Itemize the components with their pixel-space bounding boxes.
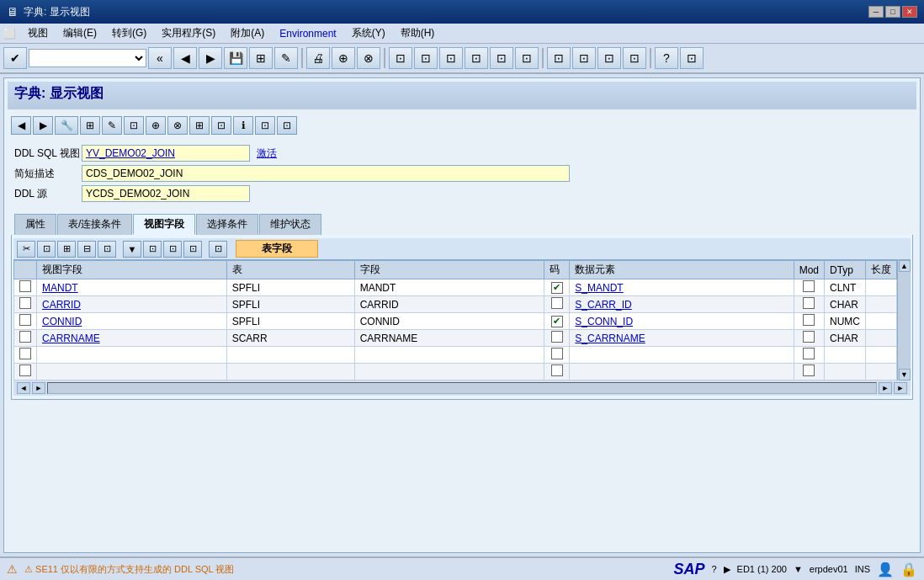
- table-filter-btn[interactable]: ▼: [123, 241, 141, 258]
- tab-select-cond[interactable]: 选择条件: [196, 214, 258, 235]
- row2-selector[interactable]: [14, 296, 37, 313]
- scroll-up-btn[interactable]: ▲: [899, 260, 911, 272]
- shortcut-button1[interactable]: ⊞: [249, 47, 273, 69]
- print-button[interactable]: 🖨: [306, 47, 330, 69]
- tab-properties[interactable]: 属性: [14, 214, 56, 235]
- inner-btn2[interactable]: ⊞: [80, 116, 100, 135]
- inner-btn1[interactable]: 🔧: [55, 116, 78, 135]
- tab-table-join[interactable]: 表/连接条件: [57, 214, 132, 235]
- help-button[interactable]: ?: [655, 47, 678, 69]
- toolbar-btn6[interactable]: ⊡: [465, 47, 488, 69]
- inner-btn6[interactable]: ⊗: [167, 116, 188, 135]
- scroll-right-btn[interactable]: ►: [32, 382, 45, 394]
- row6-mod[interactable]: [794, 364, 824, 380]
- toolbar-btn4[interactable]: ⊡: [414, 47, 438, 69]
- check-button[interactable]: ✔: [3, 47, 27, 69]
- nav-prev[interactable]: «: [148, 47, 172, 69]
- row4-code[interactable]: [544, 330, 570, 347]
- row5-data-elem[interactable]: [570, 347, 794, 364]
- find-next[interactable]: ⊗: [357, 47, 380, 69]
- inner-btn4[interactable]: ⊡: [124, 116, 144, 135]
- row2-data-elem[interactable]: S_CARR_ID: [570, 296, 794, 313]
- row2-code[interactable]: [544, 296, 570, 313]
- toolbar-btn10[interactable]: ⊡: [572, 47, 596, 69]
- help-icon[interactable]: ?: [711, 564, 716, 574]
- table-copy-btn[interactable]: ⊡: [37, 241, 56, 258]
- inner-btn10[interactable]: ⊡: [255, 116, 275, 135]
- row3-selector[interactable]: [14, 313, 37, 330]
- menu-environment[interactable]: Environment: [273, 26, 343, 41]
- table-btn10[interactable]: ⊡: [209, 241, 227, 258]
- minimize-button[interactable]: ─: [868, 6, 884, 18]
- table-paste-btn[interactable]: ⊞: [57, 241, 76, 258]
- menu-view[interactable]: 视图: [21, 24, 55, 42]
- table-btn5[interactable]: ⊡: [98, 241, 116, 258]
- ddl-source-input[interactable]: [82, 185, 250, 202]
- row6-data-elem[interactable]: [570, 364, 794, 380]
- shortcut-button2[interactable]: ✎: [274, 47, 298, 69]
- row4-data-elem[interactable]: S_CARRNAME: [570, 330, 794, 347]
- row5-view-field[interactable]: [37, 347, 227, 364]
- row2-mod[interactable]: [794, 296, 824, 313]
- nav-forward[interactable]: ▶: [199, 47, 222, 69]
- toolbar-btn11[interactable]: ⊡: [597, 47, 621, 69]
- row6-selector[interactable]: [14, 364, 37, 380]
- close-button[interactable]: ✕: [902, 6, 917, 18]
- tab-view-fields[interactable]: 视图字段: [133, 214, 195, 235]
- desc-input[interactable]: [82, 165, 570, 182]
- row5-code[interactable]: [544, 347, 570, 364]
- row5-mod[interactable]: [794, 347, 824, 364]
- toolbar-btn13[interactable]: ⊡: [680, 47, 704, 69]
- row4-mod[interactable]: [794, 330, 824, 347]
- row6-code[interactable]: [544, 364, 570, 380]
- table-del-btn[interactable]: ⊟: [77, 241, 96, 258]
- toolbar-btn9[interactable]: ⊡: [547, 47, 571, 69]
- row1-view-field[interactable]: MANDT: [37, 279, 227, 296]
- scroll-right-end2-btn[interactable]: ►: [894, 382, 907, 394]
- status-dropdown[interactable]: ▼: [794, 564, 803, 574]
- row4-view-field[interactable]: CARRNAME: [37, 330, 227, 347]
- back-btn[interactable]: ◀: [11, 116, 31, 135]
- toolbar-btn12[interactable]: ⊡: [623, 47, 646, 69]
- row4-selector[interactable]: [14, 330, 37, 347]
- menu-help[interactable]: 帮助(H): [394, 24, 442, 42]
- scroll-right-end-btn[interactable]: ►: [879, 382, 892, 394]
- inner-btn8[interactable]: ⊡: [211, 116, 231, 135]
- nav-icon[interactable]: ▶: [724, 564, 730, 575]
- row3-mod[interactable]: [794, 313, 824, 330]
- find-button[interactable]: ⊕: [332, 47, 355, 69]
- inner-btn11[interactable]: ⊡: [277, 116, 297, 135]
- row5-selector[interactable]: [14, 347, 37, 364]
- inner-btn9[interactable]: ℹ: [233, 116, 253, 135]
- row3-code[interactable]: ✔: [544, 313, 570, 330]
- row1-selector[interactable]: [14, 279, 37, 296]
- table-cut-btn[interactable]: ✂: [17, 241, 35, 258]
- nav-back[interactable]: ◀: [173, 47, 197, 69]
- row1-mod[interactable]: [794, 279, 824, 296]
- row2-view-field[interactable]: CARRID: [37, 296, 227, 313]
- toolbar-btn8[interactable]: ⊡: [515, 47, 539, 69]
- tab-maint-status[interactable]: 维护状态: [259, 214, 321, 235]
- activate-link[interactable]: 激活: [257, 146, 277, 161]
- scroll-down-btn[interactable]: ▼: [899, 369, 911, 380]
- toolbar-btn3[interactable]: ⊡: [389, 47, 412, 69]
- row6-view-field[interactable]: [37, 364, 227, 380]
- command-field[interactable]: [29, 49, 146, 67]
- menu-append[interactable]: 附加(A): [224, 24, 271, 42]
- menu-edit[interactable]: 编辑(E): [56, 24, 104, 42]
- scroll-track-h[interactable]: [47, 382, 877, 394]
- toolbar-btn5[interactable]: ⊡: [439, 47, 463, 69]
- menu-utils[interactable]: 实用程序(S): [155, 24, 222, 42]
- row1-data-elem[interactable]: S_MANDT: [570, 279, 794, 296]
- row3-data-elem[interactable]: S_CONN_ID: [570, 313, 794, 330]
- table-btn9[interactable]: ⊡: [183, 241, 202, 258]
- menu-goto[interactable]: 转到(G): [105, 24, 153, 42]
- forward-btn[interactable]: ▶: [33, 116, 53, 135]
- inner-btn5[interactable]: ⊕: [146, 116, 166, 135]
- scroll-left-btn[interactable]: ◄: [17, 382, 30, 394]
- table-btn7[interactable]: ⊡: [143, 241, 162, 258]
- row3-view-field[interactable]: CONNID: [37, 313, 227, 330]
- inner-btn3[interactable]: ✎: [102, 116, 122, 135]
- table-btn8[interactable]: ⊡: [163, 241, 182, 258]
- toolbar-btn7[interactable]: ⊡: [490, 47, 513, 69]
